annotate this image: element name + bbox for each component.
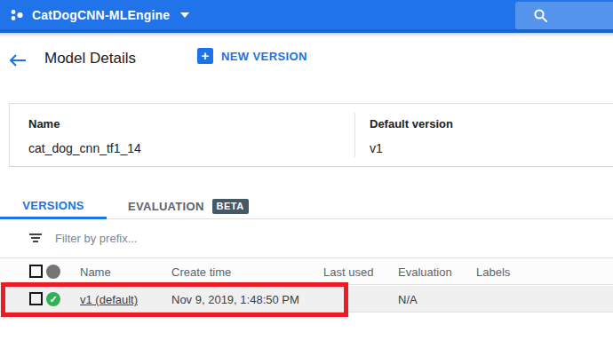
status-column-icon — [46, 265, 60, 279]
row-evaluation: N/A — [398, 293, 418, 306]
back-arrow-icon — [9, 53, 27, 67]
row-checkbox[interactable] — [29, 292, 43, 305]
tab-evaluation[interactable]: EVALUATION BETA — [107, 194, 270, 219]
tab-evaluation-label: EVALUATION — [128, 200, 204, 213]
select-all-checkbox[interactable] — [29, 265, 43, 278]
table-row[interactable]: ✓ v1 (default) Nov 9, 2019, 1:48:50 PM N… — [0, 286, 613, 313]
card-name-column: Name cat_dog_cnn_tf1_14 — [10, 104, 354, 166]
card-default-version-column: Default version v1 — [354, 113, 613, 157]
plus-icon: + — [197, 48, 213, 64]
status-ok-icon: ✓ — [46, 292, 60, 306]
column-header-labels[interactable]: Labels — [476, 265, 510, 279]
default-version-label: Default version — [370, 117, 613, 131]
column-header-last-used[interactable]: Last used — [323, 265, 373, 279]
chevron-down-icon — [180, 12, 189, 18]
filter-icon — [29, 233, 42, 244]
table-header: Name Create time Last used Evaluation La… — [0, 258, 613, 285]
topbar-shadow — [0, 33, 613, 37]
version-link[interactable]: v1 (default) — [80, 293, 138, 306]
page-title: Model Details — [44, 50, 136, 67]
column-header-name[interactable]: Name — [80, 265, 111, 279]
project-name: CatDogCNN-MLEngine — [32, 8, 170, 22]
name-value: cat_dog_cnn_tf1_14 — [28, 141, 354, 155]
column-header-create-time[interactable]: Create time — [171, 265, 231, 279]
new-version-button[interactable]: + NEW VERSION — [197, 48, 307, 64]
name-label: Name — [28, 117, 354, 131]
search-button[interactable] — [515, 2, 613, 29]
model-info-card: Name cat_dog_cnn_tf1_14 Default version … — [9, 103, 613, 167]
model-icon — [9, 7, 25, 23]
tab-bar: VERSIONS EVALUATION BETA — [0, 194, 613, 219]
tab-versions-label: VERSIONS — [22, 199, 84, 212]
beta-badge: BETA — [212, 199, 249, 214]
project-selector[interactable]: CatDogCNN-MLEngine — [9, 7, 189, 23]
filter-bar — [0, 219, 613, 258]
filter-input[interactable] — [55, 232, 410, 245]
row-create-time: Nov 9, 2019, 1:48:50 PM — [171, 293, 299, 306]
search-icon — [533, 8, 548, 23]
column-header-evaluation[interactable]: Evaluation — [398, 265, 452, 279]
topbar: CatDogCNN-MLEngine — [0, 0, 613, 33]
page-header: Model Details + NEW VERSION — [0, 43, 613, 78]
new-version-label: NEW VERSION — [221, 50, 307, 63]
tab-versions[interactable]: VERSIONS — [0, 194, 107, 219]
default-version-value: v1 — [370, 141, 613, 155]
back-button[interactable] — [7, 50, 28, 71]
model-details-screen: CatDogCNN-MLEngine Model Details + NEW V… — [0, 0, 613, 364]
